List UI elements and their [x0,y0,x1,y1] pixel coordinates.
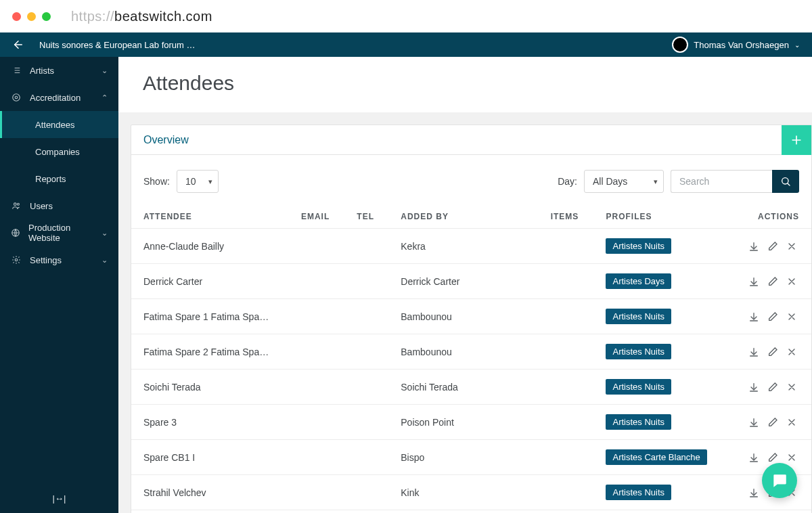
svg-point-3 [17,203,19,205]
profile-badge[interactable]: Artistes Carte Blanche [606,449,706,465]
cell-tel [344,229,388,264]
user-name: Thomas Van Orshaegen [694,40,789,50]
sidebar-collapse-toggle[interactable]: |↔| [0,484,118,513]
table-row: Fatima Spare 2 Fatima Spa…BambounouArtis… [131,334,811,370]
cell-added-by: INFINE 10 YEARS [388,510,538,514]
sidebar-item-label: Settings [30,255,62,265]
col-added-by[interactable]: ADDED BY [388,205,538,229]
window-zoom-dot[interactable] [42,12,51,21]
profile-badge[interactable]: Artistes Nuits [606,238,671,254]
cell-actions [726,264,811,299]
cell-tel [344,510,388,514]
sidebar-item-label: Accreditation [30,93,81,103]
sidebar-item-users[interactable]: Users [0,192,118,219]
chat-icon [771,472,788,489]
col-profiles[interactable]: PROFILES [593,205,725,229]
download-icon[interactable] [746,239,761,254]
cell-profiles: Artistes Le Sucre Club [593,510,725,514]
sidebar-sub-attendees[interactable]: Attendees [0,111,118,138]
cell-attendee: Sylvain Rebut Minotti [131,510,289,514]
svg-point-5 [15,259,18,261]
edit-icon[interactable] [765,309,780,324]
table-row: Strahil VelchevKinkArtistes Nuits [131,475,811,510]
profile-badge[interactable]: Artistes Nuits [606,344,671,359]
cell-attendee: Derrick Carter [131,264,289,299]
cell-profiles: Artistes Nuits [593,405,725,440]
cell-tel [344,264,388,299]
delete-icon[interactable] [784,415,799,430]
cell-tel [344,405,388,440]
cell-email [289,264,344,299]
col-email[interactable]: EMAIL [289,205,344,229]
sidebar-item-production-website[interactable]: Production Website ⌄ [0,219,118,246]
window-close-dot[interactable] [12,12,21,21]
table-row: Spare 3Poison PointArtistes Nuits [131,405,811,440]
delete-icon[interactable] [784,380,799,395]
user-menu[interactable]: Thomas Van Orshaegen ⌄ [672,37,800,53]
window-min-dot[interactable] [27,12,36,21]
delete-icon[interactable] [784,274,799,289]
add-attendee-button[interactable] [782,125,811,155]
download-icon[interactable] [746,344,761,359]
cell-items [539,440,594,475]
cell-attendee: Soichi Terada [131,370,289,405]
profile-badge[interactable]: Artistes Nuits [606,485,671,500]
show-select[interactable]: 10 [177,170,219,193]
profile-badge[interactable]: Artistes Nuits [606,379,671,395]
download-icon[interactable] [746,380,761,395]
svg-point-0 [13,94,20,102]
show-value: 10 [185,176,196,187]
download-icon[interactable] [746,309,761,324]
col-tel[interactable]: TEL [344,205,388,229]
cell-email [289,475,344,510]
svg-point-1 [15,96,18,99]
table-row: Anne-Claude BaillyKekraArtistes Nuits [131,229,811,264]
edit-icon[interactable] [765,380,780,395]
cell-tel [344,370,388,405]
day-select[interactable]: All Days [584,170,664,193]
chevron-down-icon: ⌄ [102,66,108,75]
cell-profiles: Artistes Carte Blanche [593,440,725,475]
cell-attendee: Anne-Claude Bailly [131,229,289,264]
browser-url[interactable]: https://beatswitch.com [71,9,212,24]
cell-profiles: Artistes Nuits [593,475,725,510]
cell-attendee: Spare CB1 I [131,440,289,475]
table-row: Derrick CarterDerrick CarterArtistes Day… [131,264,811,299]
chat-launcher[interactable] [762,463,797,498]
search-input[interactable] [671,170,772,193]
cell-profiles: Artistes Days [593,264,725,299]
profile-badge[interactable]: Artistes Days [606,273,671,289]
delete-icon[interactable] [784,450,799,465]
profile-badge[interactable]: Artistes Nuits [606,309,671,324]
delete-icon[interactable] [784,344,799,359]
edit-icon[interactable] [765,239,780,254]
cell-actions [726,405,811,440]
download-icon[interactable] [746,415,761,430]
show-label: Show: [143,176,170,187]
cell-email [289,370,344,405]
attendees-table: ATTENDEE EMAIL TEL ADDED BY ITEMS PROFIL… [131,205,811,513]
edit-icon[interactable] [765,274,780,289]
download-icon[interactable] [746,485,761,500]
back-arrow-icon[interactable] [12,39,24,51]
sidebar-item-artists[interactable]: Artists ⌄ [0,57,118,84]
edit-icon[interactable] [765,415,780,430]
edit-icon[interactable] [765,344,780,359]
profile-badge[interactable]: Artistes Nuits [606,414,671,430]
delete-icon[interactable] [784,309,799,324]
gear-icon [11,255,22,265]
col-items[interactable]: ITEMS [539,205,594,229]
cell-items [539,370,594,405]
sidebar-item-settings[interactable]: Settings ⌄ [0,246,118,273]
window-traffic-lights [12,12,51,21]
sidebar-item-accreditation[interactable]: Accreditation ⌃ [0,84,118,111]
download-icon[interactable] [746,450,761,465]
col-attendee[interactable]: ATTENDEE [131,205,289,229]
sidebar-sub-reports[interactable]: Reports [0,165,118,192]
overview-panel: Overview Show: 10 Day: All Days [131,125,812,513]
download-icon[interactable] [746,274,761,289]
sidebar-sub-companies[interactable]: Companies [0,138,118,165]
delete-icon[interactable] [784,239,799,254]
search-button[interactable] [772,170,799,193]
cell-items [539,510,594,514]
